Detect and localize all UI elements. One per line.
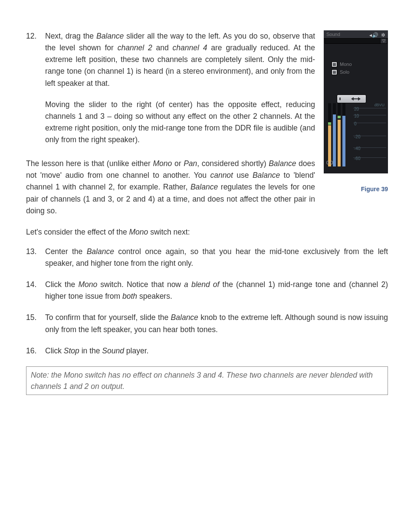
vu-readout: 0.0	[326, 159, 333, 166]
balance-slider	[337, 95, 366, 103]
step-number: 12.	[26, 30, 36, 42]
scale-unit: dBVU	[374, 102, 384, 108]
vu-bar	[328, 103, 331, 166]
vu-tick: -60	[353, 157, 386, 158]
step-number: 16.	[26, 345, 36, 357]
figure-caption: Figure 39	[324, 185, 388, 194]
vu-bar	[342, 103, 345, 166]
slider-thumb	[339, 98, 341, 100]
step-number: 14.	[26, 279, 36, 290]
vu-tick: -20	[353, 136, 386, 136]
vu-scale: dBVU 20100-20-40-60	[353, 103, 386, 162]
vu-tick: 20	[353, 108, 386, 108]
vu-bar	[333, 103, 336, 166]
step-16: 16. Click Stop in the Sound player.	[26, 345, 388, 357]
step-14: 14. Click the Mono switch. Notice that n…	[26, 279, 388, 302]
step-number: 15.	[26, 312, 36, 323]
vu-meter: dBVU 20100-20-40-60 0.0	[324, 103, 388, 166]
step-15: 15. To confirm that for yourself, slide …	[26, 312, 388, 335]
vu-tick: -40	[353, 147, 386, 148]
note-box: Note: the Mono switch has no effect on c…	[26, 366, 388, 395]
step-13: 13. Center the Balance control once agai…	[26, 246, 388, 269]
vu-tick: 0	[353, 123, 386, 123]
step-12: 12. Next, drag the Balance slider all th…	[26, 30, 388, 89]
arrow-right-icon	[358, 97, 361, 101]
mono-intro: Let's consider the effect of the Mono sw…	[26, 226, 388, 238]
vu-tick: 10	[353, 115, 386, 115]
vu-bar	[338, 103, 341, 166]
step-number: 13.	[26, 246, 36, 258]
vu-bars	[328, 103, 345, 166]
